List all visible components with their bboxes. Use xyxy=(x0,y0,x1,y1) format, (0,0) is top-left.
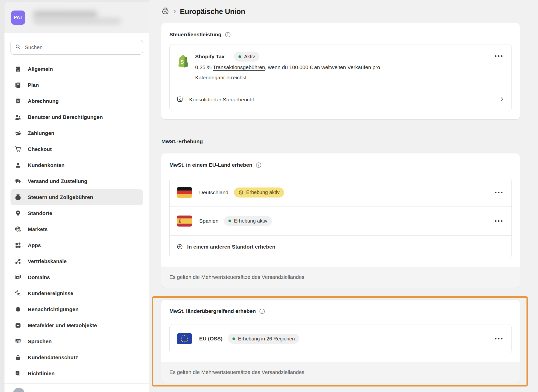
sidebar-item-markets[interactable]: $ Markets xyxy=(11,221,143,237)
sidebar-item-zahlungen[interactable]: Zahlungen xyxy=(11,125,143,141)
disabled-slash-icon xyxy=(238,190,243,195)
table-row-spanien[interactable]: Spanien Erhebung aktiv xyxy=(170,207,511,235)
table-row-eu-oss[interactable]: EU (OSS) Erhebung in 26 Regionen xyxy=(170,324,511,353)
settings-search[interactable] xyxy=(11,40,143,55)
eu-oss-overflow-menu-button[interactable] xyxy=(493,334,504,344)
sidebar-item-label: Plan xyxy=(28,82,39,88)
sidebar-item-label: Abrechnung xyxy=(28,98,59,104)
sidebar-item-vertriebskanaele[interactable]: Vertriebskanäle xyxy=(11,253,143,269)
cross-border-list: EU (OSS) Erhebung in 26 Regionen xyxy=(169,324,512,353)
spanien-overflow-menu-button[interactable] xyxy=(493,216,504,226)
collection-status-badge-warning: Erhebung aktiv xyxy=(234,187,284,198)
sidebar-footer xyxy=(5,383,149,392)
cross-border-card-title: MwSt. länderübergreifend erheben xyxy=(169,308,256,314)
spain-flag-icon xyxy=(177,216,192,227)
sidebar-item-label: Benachrichtigungen xyxy=(28,306,79,312)
tax-report-icon xyxy=(177,96,183,103)
sidebar-item-benachrichtigungen[interactable]: Benachrichtigungen xyxy=(11,301,143,317)
vat-section-heading: MwSt.-Erhebung xyxy=(161,138,520,144)
sidebar-item-allgemein[interactable]: Allgemein xyxy=(11,61,143,77)
collection-status-badge: Erhebung aktiv xyxy=(224,216,272,226)
taxes-moneybag-icon[interactable]: % xyxy=(161,7,169,16)
sidebar-item-label: Kundenereignisse xyxy=(28,290,73,296)
sidebar-item-domains[interactable]: Domains xyxy=(11,269,143,285)
sidebar-item-richtlinien[interactable]: Richtlinien xyxy=(11,365,143,381)
sidebar-item-sprachen[interactable]: A Sprachen xyxy=(11,333,143,349)
add-row-label: In einem anderen Standort erheben xyxy=(187,244,275,250)
sidebar-item-standorte[interactable]: Standorte xyxy=(11,205,143,221)
customer-accounts-icon xyxy=(15,162,22,169)
sidebar-item-label: Kundendatenschutz xyxy=(28,354,78,360)
sidebar-item-abrechnung[interactable]: $ Abrechnung xyxy=(11,93,143,109)
status-dot xyxy=(238,55,241,58)
eu-flag-icon xyxy=(177,333,192,344)
settings-nav: Allgemein Plan $ Abrechnung Benutzer und… xyxy=(11,61,143,381)
redacted-store-subtitle xyxy=(33,18,121,24)
info-icon[interactable] xyxy=(256,162,261,168)
svg-text:$: $ xyxy=(17,99,19,102)
notifications-bell-icon xyxy=(15,306,22,313)
svg-text:%: % xyxy=(164,10,167,13)
sidebar-item-kundenkonten[interactable]: Kundenkonten xyxy=(11,157,143,173)
highlighted-region: MwSt. länderübergreifend erheben EU (OSS… xyxy=(161,300,520,383)
payments-icon xyxy=(15,130,22,137)
search-input[interactable] xyxy=(25,44,138,50)
svg-text:A: A xyxy=(16,339,18,342)
sidebar-item-steuern[interactable]: % Steuern und Zollgebühren xyxy=(11,189,143,205)
germany-flag-icon xyxy=(177,187,192,198)
sidebar-item-label: Sprachen xyxy=(28,338,52,344)
transaction-fees-link[interactable]: Transaktionsgebühren xyxy=(213,64,265,70)
sidebar-item-plan[interactable]: Plan xyxy=(11,77,143,93)
domains-icon xyxy=(15,274,22,281)
region-name: EU (OSS) xyxy=(199,336,222,342)
search-icon xyxy=(15,44,21,51)
sidebar-body: Allgemein Plan $ Abrechnung Benutzer und… xyxy=(5,33,149,392)
sidebar-item-label: Domains xyxy=(28,274,50,280)
store-name-redacted xyxy=(30,8,142,27)
tax-provider-box: S Shopify Tax Aktiv 0,25 % xyxy=(169,45,512,111)
svg-text:$: $ xyxy=(19,230,20,232)
checkout-cart-icon xyxy=(15,146,22,153)
deutschland-overflow-menu-button[interactable] xyxy=(493,187,504,198)
sidebar-item-benutzer[interactable]: Benutzer und Berechtigungen xyxy=(11,109,143,125)
sidebar-item-label: Zahlungen xyxy=(28,130,54,136)
sidebar-item-label: Metafelder und Metaobjekte xyxy=(28,322,97,328)
eu-country-vat-card: MwSt. in einem EU-Land erheben Deutschla… xyxy=(161,153,520,288)
taxes-moneybag-icon: % xyxy=(15,194,22,201)
sidebar-item-apps[interactable]: Apps xyxy=(11,237,143,253)
plan-icon xyxy=(15,82,22,89)
status-dot xyxy=(228,220,231,222)
sidebar-item-checkout[interactable]: Checkout xyxy=(11,141,143,157)
sales-channels-icon xyxy=(15,258,22,265)
sidebar-item-kundenereignisse[interactable]: Kundenereignisse xyxy=(11,285,143,301)
sidebar-item-label: Apps xyxy=(28,242,41,248)
tax-provider-name: Shopify Tax xyxy=(195,54,224,60)
sidebar-item-label: Allgemein xyxy=(28,66,53,72)
tax-fee-description: 0,25 % Transaktionsgebühren, wenn du 100… xyxy=(195,62,487,83)
plus-circle-icon xyxy=(177,244,183,250)
sidebar-item-versand[interactable]: Versand und Zustellung xyxy=(11,173,143,189)
breadcrumb: % › Europäische Union xyxy=(161,6,520,18)
tax-report-label: Konsolidierter Steuerbericht xyxy=(189,97,254,103)
shipping-truck-icon xyxy=(15,178,22,185)
sidebar-item-metafelder[interactable]: Metafelder und Metaobjekte xyxy=(11,317,143,333)
breadcrumb-separator: › xyxy=(173,7,176,16)
users-icon xyxy=(15,114,22,121)
add-collection-location-button[interactable]: In einem anderen Standort erheben xyxy=(170,235,511,258)
table-row-deutschland[interactable]: Deutschland Erhebung aktiv xyxy=(170,178,511,207)
redacted-store-title xyxy=(33,11,97,18)
user-avatar[interactable] xyxy=(13,388,25,392)
metafields-icon xyxy=(15,322,22,329)
cross-border-vat-card: MwSt. länderübergreifend erheben EU (OSS… xyxy=(161,300,520,383)
tax-service-card: Steuerdienstleistung S Shopify Tax xyxy=(161,23,520,119)
store-header[interactable]: PAT xyxy=(5,2,149,33)
consolidated-tax-report-row[interactable]: Konsolidierter Steuerbericht xyxy=(170,88,511,111)
info-icon[interactable] xyxy=(225,32,231,38)
sidebar-item-kundendatenschutz[interactable]: Kundendatenschutz xyxy=(11,349,143,365)
shopify-bag-icon: S xyxy=(177,51,189,83)
sidebar-item-label: Steuern und Zollgebühren xyxy=(28,194,93,200)
info-icon[interactable] xyxy=(259,308,265,314)
shopify-tax-overflow-menu-button[interactable] xyxy=(493,51,504,61)
store-icon xyxy=(15,66,22,73)
store-avatar: PAT xyxy=(11,11,25,25)
